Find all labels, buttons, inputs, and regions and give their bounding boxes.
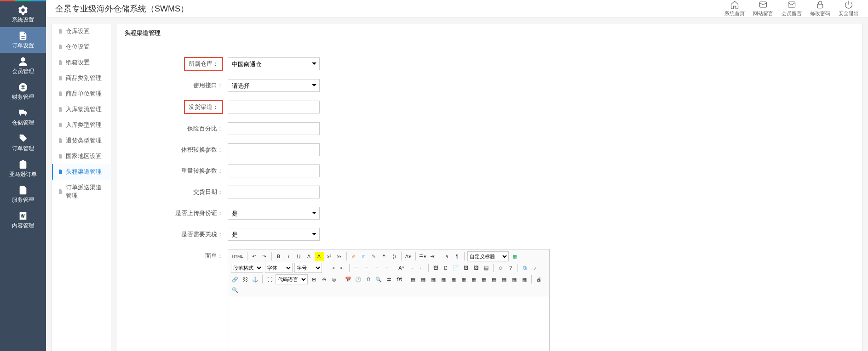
tb-target[interactable]: ◎: [329, 275, 339, 284]
tb-underline[interactable]: U: [294, 252, 304, 261]
tb-undo[interactable]: ↶: [250, 252, 259, 261]
tb-img3[interactable]: 📄: [451, 263, 460, 272]
subnav-dispatch-channel[interactable]: 订单派送渠道管理: [52, 180, 111, 204]
tb-super[interactable]: x²: [325, 252, 334, 261]
tb-date[interactable]: 📅: [344, 275, 353, 284]
subnav-bin-settings[interactable]: 仓位设置: [52, 39, 111, 55]
nav-finance[interactable]: 财务管理: [0, 79, 46, 104]
input-delivery[interactable]: [228, 186, 320, 198]
tb-window[interactable]: ⧉: [520, 263, 529, 272]
input-insurance[interactable]: [228, 122, 320, 135]
tb-textstyle[interactable]: A▾: [404, 252, 413, 261]
tb-ref[interactable]: ※: [319, 275, 328, 284]
subnav-unit-mgmt[interactable]: 商品单位管理: [52, 86, 111, 102]
nav-system[interactable]: 系统设置: [0, 1, 46, 27]
tb-redo[interactable]: ↷: [260, 252, 269, 261]
input-channel[interactable]: [228, 101, 320, 113]
tb-tblprop2[interactable]: ▦: [520, 275, 529, 284]
tb-custom-title[interactable]: 自定义标题: [467, 251, 509, 261]
tb-img1[interactable]: 🖼: [431, 263, 440, 272]
tb-code[interactable]: ⟨⟩: [390, 252, 399, 261]
action-change-pwd[interactable]: 修改密码: [810, 0, 830, 17]
nav-member[interactable]: 会员管理: [0, 53, 46, 79]
tb-quote[interactable]: ❝: [379, 252, 389, 261]
tb-code-lang[interactable]: 代码语言: [276, 274, 308, 284]
tb-split[interactable]: ▦: [500, 275, 509, 284]
tb-music[interactable]: ♪: [530, 263, 540, 272]
tb-row-del[interactable]: ▦: [449, 275, 458, 284]
tb-align-center[interactable]: ≡: [362, 263, 371, 272]
editor-content[interactable]: [228, 297, 549, 351]
select-api[interactable]: 请选择: [228, 79, 320, 92]
subnav-return-type[interactable]: 退货类型管理: [52, 133, 111, 148]
tb-time[interactable]: 🕐: [354, 275, 363, 284]
tb-font-size[interactable]: 字号: [294, 263, 322, 273]
tb-clear[interactable]: ⎚: [359, 252, 368, 261]
tb-emoji[interactable]: ☺: [496, 263, 505, 272]
tb-pagebreak[interactable]: ⊟: [309, 275, 318, 284]
tb-html[interactable]: HTML: [230, 252, 245, 261]
tb-sub[interactable]: x₂: [335, 252, 344, 261]
input-weight[interactable]: [228, 164, 320, 177]
tb-print[interactable]: 🖨: [534, 275, 543, 284]
tb-lowercase[interactable]: a: [443, 252, 452, 261]
nav-warehouse[interactable]: 仓储管理: [0, 104, 46, 130]
subnav-warehouse-settings[interactable]: 仓库设置: [52, 23, 111, 39]
tb-map[interactable]: 🗺: [394, 275, 403, 284]
tb-template[interactable]: ▦: [510, 252, 519, 261]
tb-fontcolor[interactable]: A: [305, 252, 314, 261]
subnav-box-settings[interactable]: 纸箱设置: [52, 55, 111, 70]
action-member-msg[interactable]: 会员留言: [782, 0, 802, 17]
subnav-inbound-type[interactable]: 入库类型管理: [52, 117, 111, 133]
tb-eraser[interactable]: ✐: [349, 252, 358, 261]
tb-preview[interactable]: 🔍: [230, 285, 240, 294]
tb-merge[interactable]: ▦: [489, 275, 499, 284]
tb-find[interactable]: 🔍: [374, 275, 383, 284]
tb-font-family[interactable]: 字体: [265, 263, 293, 273]
tb-align-right[interactable]: ≡: [372, 263, 381, 272]
nav-order-mgmt[interactable]: 订单管理: [0, 130, 46, 156]
subnav-headway-channel[interactable]: 头程渠道管理: [52, 164, 111, 180]
action-logout[interactable]: 安全退出: [839, 0, 859, 17]
tb-row-before[interactable]: ▦: [429, 275, 438, 284]
subnav-category-mgmt[interactable]: 商品类别管理: [52, 70, 111, 86]
tb-italic[interactable]: I: [284, 252, 293, 261]
select-tariff[interactable]: 是: [228, 228, 320, 241]
action-site-msg[interactable]: 网站留言: [753, 0, 773, 17]
tb-paragraph[interactable]: 段落格式: [231, 263, 263, 273]
tb-unlink[interactable]: ⛓: [241, 275, 250, 284]
nav-amazon[interactable]: 亚马逊订单: [0, 156, 46, 181]
tb-replace[interactable]: ⇄: [384, 275, 393, 284]
tb-tbl-del[interactable]: ▦: [419, 275, 428, 284]
tb-omega[interactable]: Ω: [364, 275, 373, 284]
input-volume[interactable]: [228, 143, 320, 156]
nav-order-settings[interactable]: 订单设置: [0, 27, 46, 53]
tb-indent[interactable]: ⇥: [328, 263, 337, 272]
nav-service[interactable]: 服务管理: [0, 181, 46, 207]
nav-content[interactable]: 内容管理: [0, 207, 46, 233]
tb-caps[interactable]: Aᵃ: [397, 263, 406, 272]
tb-p[interactable]: ¶: [453, 252, 462, 261]
subnav-inbound-logistics[interactable]: 入库物流管理: [52, 102, 111, 117]
tb-ul[interactable]: •▾: [428, 252, 437, 261]
tb-img2[interactable]: 🗋: [441, 263, 450, 272]
tb-align-justify[interactable]: ≡: [382, 263, 391, 272]
tb-bgcolor[interactable]: A: [315, 252, 324, 261]
tb-fullscreen[interactable]: ⛶: [265, 275, 274, 284]
tb-col-del[interactable]: ▦: [479, 275, 489, 284]
tb-row-after[interactable]: ▦: [439, 275, 448, 284]
tb-anchor[interactable]: ⚓: [251, 275, 260, 284]
tb-table[interactable]: ▦: [408, 275, 418, 284]
tb-outdent[interactable]: ⇤: [338, 263, 347, 272]
tb-ol[interactable]: ☰▾: [418, 252, 427, 261]
tb-col-before[interactable]: ▦: [459, 275, 468, 284]
tb-format[interactable]: ✎: [369, 252, 379, 261]
tb-help[interactable]: ?: [506, 263, 515, 272]
select-idcard[interactable]: 是: [228, 207, 320, 220]
tb-img5[interactable]: 🖼: [471, 263, 481, 272]
subnav-country-region[interactable]: 国家地区设置: [52, 148, 111, 164]
tb-rtl[interactable]: ←: [417, 263, 426, 272]
select-warehouse[interactable]: 中国南通仓: [228, 57, 320, 70]
tb-bold[interactable]: B: [274, 252, 283, 261]
tb-img6[interactable]: ▤: [482, 263, 491, 272]
